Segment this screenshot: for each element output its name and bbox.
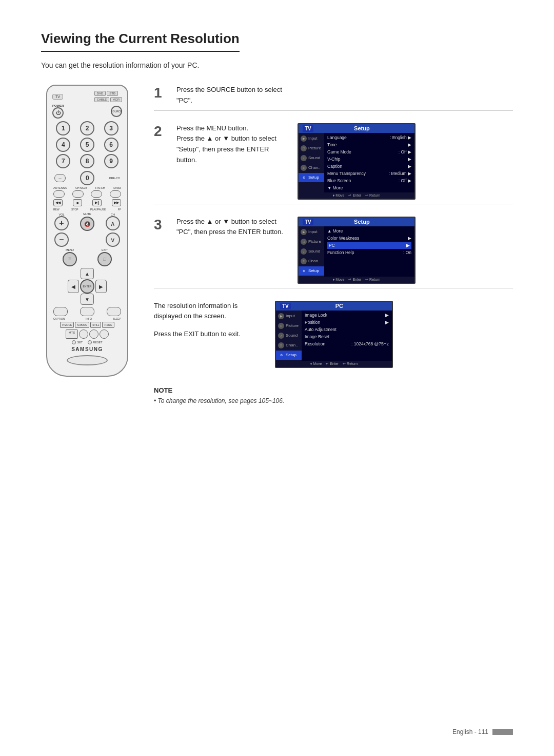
reset-label: RESET <box>93 341 102 344</box>
btn-7[interactable]: 7 <box>56 154 70 168</box>
antenna-btn[interactable] <box>53 190 65 198</box>
channel-label-2: Chan.. <box>308 165 321 170</box>
ch-down-btn[interactable]: ∨ <box>106 232 120 247</box>
smode-btn[interactable]: S.MODE <box>75 322 89 328</box>
footer-move-3: ♦ Move <box>333 278 345 282</box>
btn-3[interactable]: 3 <box>104 121 118 135</box>
steps-area: 1 Press the SOURCE button to select "PC"… <box>154 85 513 410</box>
ff-btn[interactable]: ▶▶ <box>112 199 121 206</box>
step-3-text: Press the ▲ or ▼ button to select "PC", … <box>176 217 289 238</box>
tv-source-btn[interactable]: TV <box>52 94 63 100</box>
extra-btn-3[interactable] <box>100 329 109 339</box>
vcr-btn[interactable]: VCR <box>110 97 122 102</box>
vol-group: VOL + <box>54 213 69 230</box>
stb-btn[interactable]: STB <box>107 91 118 96</box>
step-1-text: Press the SOURCE button to select "PC". <box>176 85 289 106</box>
dash-button[interactable]: – <box>54 174 66 182</box>
reset-group: RESET <box>88 340 102 344</box>
menu-color-weakness: Color Weakness▶ <box>327 235 411 242</box>
dash-zero-row: – 0 PRE-CH <box>54 171 120 185</box>
cable-btn[interactable]: CABLE <box>94 97 110 102</box>
stop-btn[interactable]: ■ <box>73 199 82 206</box>
power-button[interactable]: ⏻ <box>52 107 64 119</box>
info-label: INFO <box>86 317 92 320</box>
ch-mgr-btn[interactable] <box>72 190 84 198</box>
pmode-row: P.MODE S.MODE STILL P.SIZE <box>52 322 122 328</box>
extra-btn-2[interactable] <box>89 329 98 339</box>
footer-enter-3: ↵ Enter <box>348 278 361 282</box>
footer-return-res: ↩ Return <box>343 362 358 366</box>
btn-6[interactable]: 6 <box>104 138 118 152</box>
info-button[interactable] <box>80 307 94 316</box>
step-1-number: 1 <box>154 86 168 100</box>
rew-btn[interactable]: ◀◀ <box>53 199 63 206</box>
btn-9[interactable]: 9 <box>104 154 118 168</box>
extra-btn-1[interactable] <box>79 329 88 339</box>
picture-icon-res: □ <box>278 323 284 329</box>
dvd-stb-row: DVD STB <box>94 91 122 96</box>
btn-4[interactable]: 4 <box>56 138 70 152</box>
tv-body-res: ▶ Input □ Picture ♪ Sound <box>276 311 392 361</box>
tv-menu-2: Language: English ▶ Time▶ Game Mode: Off… <box>324 133 414 192</box>
picture-icon-2: □ <box>301 145 307 151</box>
set-dot[interactable] <box>72 340 76 344</box>
menu-label: MENU <box>66 248 74 251</box>
ch-up-btn[interactable]: ∧ <box>106 216 120 230</box>
nav-labels: ANTENNA CH MGR FAV.CH DNSe <box>53 186 121 189</box>
btn-1[interactable]: 1 <box>56 121 70 135</box>
btn-2[interactable]: 2 <box>80 121 94 135</box>
exit-button[interactable]: ⬚ <box>97 252 112 266</box>
dnse-btn[interactable] <box>110 190 121 198</box>
sleep-button[interactable] <box>107 307 121 316</box>
source-button[interactable]: SOURCE <box>111 106 122 117</box>
btn-0[interactable]: 0 <box>80 171 94 185</box>
caption-label: CAPTION <box>53 317 65 320</box>
sidebar-input-res: ▶ Input <box>276 312 302 321</box>
play-label: PLAY/PAUSE <box>90 208 106 211</box>
input-icon-res: ▶ <box>278 313 284 319</box>
menu-resolution: Resolution: 1024x768 @75Hz <box>305 340 389 347</box>
resolution-row: The resolution information is displayed … <box>154 301 513 368</box>
note-section: NOTE To change the resolution, see pages… <box>154 381 513 410</box>
note-title: NOTE <box>154 386 513 394</box>
dpad-right[interactable]: ▶ <box>95 280 107 293</box>
pmode-btn[interactable]: P.MODE <box>60 322 74 328</box>
dpad-down[interactable]: ▼ <box>81 294 94 305</box>
exit-label: EXIT <box>102 248 108 251</box>
screen-2-title: Setup <box>354 125 370 131</box>
mts-btn[interactable]: MTS <box>66 329 78 339</box>
dvd-btn[interactable]: DVD <box>94 91 106 96</box>
btn-5[interactable]: 5 <box>80 138 94 152</box>
tv-menu-3: ▲ More Color Weakness▶ PC▶ Function Help… <box>324 226 414 277</box>
caption-button[interactable] <box>53 307 68 316</box>
power-label-group: POWER ⏻ <box>52 104 64 119</box>
menu-image-lock: Image Lock▶ <box>305 312 389 319</box>
dpad-left[interactable]: ◀ <box>68 280 79 293</box>
still-btn[interactable]: STILL <box>90 322 101 328</box>
sidebar-input-3: ▶ Input <box>299 227 324 237</box>
menu-button[interactable]: ☰ <box>63 252 77 266</box>
menu-language: Language: English ▶ <box>327 134 411 141</box>
play-pause-btn[interactable]: ▶‖ <box>92 199 102 206</box>
set-reset-row: SET RESET <box>52 340 122 344</box>
step-2-text: Press the MENU button. Press the ▲ or ▼ … <box>176 123 289 166</box>
step-2-row: 2 Press the MENU button. Press the ▲ or … <box>154 123 513 204</box>
btn-8[interactable]: 8 <box>80 154 94 168</box>
psize-btn[interactable]: P.SIZE <box>102 322 114 328</box>
vol-label: VOL <box>54 213 69 216</box>
fav-ch-btn[interactable] <box>91 190 102 198</box>
enter-button[interactable]: ENTER <box>80 279 94 294</box>
screen-res-title: PC <box>335 303 343 309</box>
stop-label: STOP <box>71 208 78 211</box>
reset-dot[interactable] <box>88 340 92 344</box>
sidebar-input-2: ▶ Input <box>299 134 324 143</box>
sidebar-setup-3: ⚙ Setup <box>299 266 324 276</box>
resolution-display-text: The resolution information is displayed … <box>154 301 267 322</box>
dpad-up[interactable]: ▲ <box>81 268 94 279</box>
remote-control: TV DVD STB CABLE VCR POWER ⏻ <box>46 85 128 377</box>
dpad-area: ▲ ◀ ENTER ▶ ▼ <box>64 268 110 305</box>
mute-button[interactable]: 🔇 <box>80 217 94 231</box>
vol-plus-btn[interactable]: + <box>54 216 69 230</box>
vol-minus-btn[interactable]: – <box>54 232 69 247</box>
sidebar-channel-res: ≡ Chan.. <box>276 341 302 350</box>
